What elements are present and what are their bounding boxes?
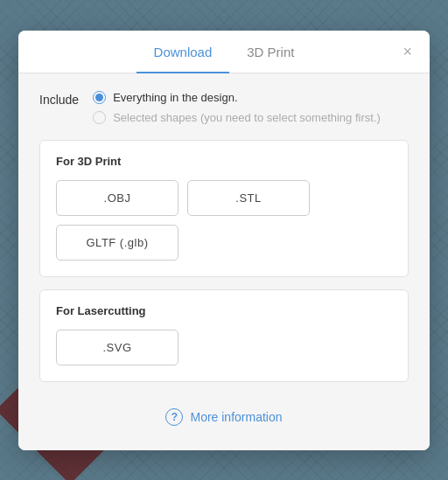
- btn-obj[interactable]: .OBJ: [56, 180, 178, 216]
- radio-all-label: Everything in the design.: [113, 91, 237, 104]
- 3dprint-section: For 3D Print .OBJ .STL GLTF (.glb): [39, 140, 409, 277]
- download-dialog: Download 3D Print × Include Everything i…: [18, 31, 430, 450]
- dialog-header: Download 3D Print ×: [18, 31, 430, 73]
- more-info-link[interactable]: More information: [190, 410, 282, 424]
- include-row: Include Everything in the design. Select…: [39, 91, 409, 124]
- close-button[interactable]: ×: [399, 40, 416, 63]
- btn-svg[interactable]: .SVG: [56, 330, 178, 365]
- radio-all[interactable]: [93, 91, 106, 104]
- btn-stl[interactable]: .STL: [187, 180, 310, 216]
- radio-selected[interactable]: [93, 111, 106, 124]
- radio-group: Everything in the design. Selected shape…: [93, 91, 381, 124]
- info-icon: ?: [165, 408, 183, 426]
- more-info-row: ? More information: [39, 394, 409, 429]
- lasercutting-btn-grid: .SVG: [56, 330, 392, 365]
- tab-3dprint[interactable]: 3D Print: [229, 31, 312, 73]
- lasercutting-section: For Lasercutting .SVG: [39, 289, 409, 382]
- tab-bar: Download 3D Print: [136, 31, 312, 73]
- tab-download[interactable]: Download: [136, 31, 230, 73]
- radio-option-all[interactable]: Everything in the design.: [93, 91, 381, 104]
- 3dprint-btn-grid: .OBJ .STL GLTF (.glb): [56, 180, 392, 261]
- lasercutting-section-title: For Lasercutting: [56, 304, 392, 317]
- 3dprint-section-title: For 3D Print: [56, 155, 392, 168]
- include-label: Include: [39, 91, 79, 107]
- radio-option-selected[interactable]: Selected shapes (you need to select some…: [93, 111, 381, 124]
- radio-selected-label: Selected shapes (you need to select some…: [113, 111, 381, 124]
- dialog-body: Include Everything in the design. Select…: [18, 73, 430, 450]
- btn-gltf[interactable]: GLTF (.glb): [56, 225, 178, 261]
